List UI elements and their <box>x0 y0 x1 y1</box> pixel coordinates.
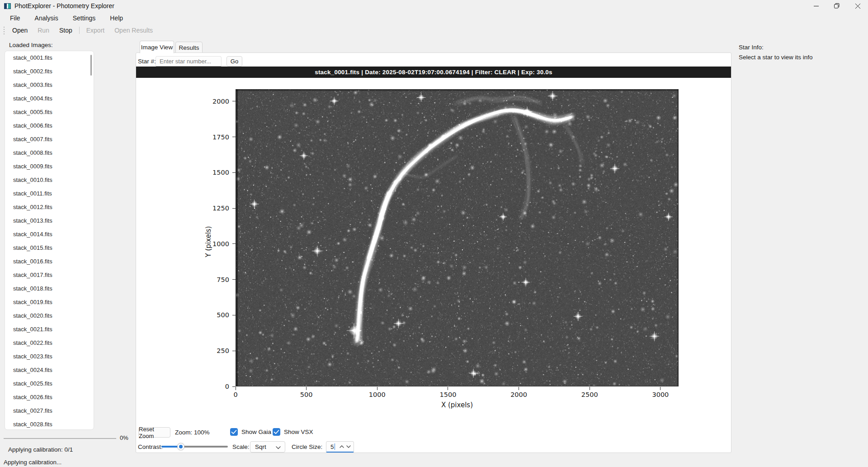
star-number-label: Star #: <box>138 58 156 65</box>
chevron-down-icon[interactable] <box>346 445 351 448</box>
app-window: PhotExplorer - Photometry Explorer FileA… <box>0 0 868 467</box>
menu-file[interactable]: File <box>3 12 28 24</box>
star-lookup-row: Star #: Go <box>136 55 731 67</box>
star-info-heading: Star Info: <box>739 44 764 51</box>
contrast-label: Contrast: <box>138 443 163 450</box>
tab-image-view[interactable]: Image View <box>140 41 174 53</box>
file-item[interactable]: stack_0014.fits <box>5 228 94 241</box>
file-item[interactable]: stack_0021.fits <box>5 323 94 336</box>
y-tick-mark <box>232 101 236 101</box>
zoom-level-text: Zoom: 100% <box>175 429 210 436</box>
y-tick-label: 0 <box>190 383 229 390</box>
file-item[interactable]: stack_0028.fits <box>5 418 94 430</box>
app-icon <box>4 3 11 9</box>
toolbar-stop-button[interactable]: Stop <box>54 25 77 36</box>
x-tick-mark <box>519 387 519 390</box>
y-tick-mark <box>232 172 236 173</box>
file-item[interactable]: stack_0009.fits <box>5 160 94 173</box>
reset-zoom-button[interactable]: Reset Zoom <box>138 427 170 438</box>
file-item[interactable]: stack_0007.fits <box>5 133 94 146</box>
file-item[interactable]: stack_0026.fits <box>5 391 94 404</box>
tab-results[interactable]: Results <box>175 42 203 53</box>
show-gaia-label: Show Gaia <box>241 429 271 435</box>
file-item[interactable]: stack_0013.fits <box>5 214 94 228</box>
file-item[interactable]: stack_0019.fits <box>5 295 94 309</box>
y-tick-mark <box>232 208 236 209</box>
menu-help[interactable]: Help <box>103 12 130 24</box>
calibration-status-text: Applying calibration: 0/1 <box>8 446 73 453</box>
file-item[interactable]: stack_0001.fits <box>5 51 94 65</box>
toolbar-separator <box>79 27 80 34</box>
file-item[interactable]: stack_0018.fits <box>5 282 94 295</box>
x-tick-label: 0 <box>233 391 237 398</box>
y-tick-label: 750 <box>190 276 229 283</box>
file-item[interactable]: stack_0023.fits <box>5 350 94 363</box>
show-vsx-label: Show VSX <box>284 429 313 435</box>
file-item[interactable]: stack_0015.fits <box>5 241 94 255</box>
x-tick-label: 1000 <box>369 391 386 398</box>
x-axis-label: X (pixels) <box>236 401 679 409</box>
file-item[interactable]: stack_0008.fits <box>5 146 94 160</box>
show-gaia-checkbox[interactable] <box>230 428 238 436</box>
scale-select[interactable]: Sqrt <box>250 441 285 453</box>
calibration-progressbar <box>4 438 116 439</box>
list-scrollbar[interactable] <box>90 55 92 76</box>
toolbar-export-button: Export <box>81 25 109 36</box>
menu-bar: FileAnalysisSettingsHelp <box>0 12 868 24</box>
file-item[interactable]: stack_0017.fits <box>5 268 94 282</box>
circle-size-value: 5 <box>330 443 334 450</box>
contrast-slider[interactable] <box>161 446 228 448</box>
plot-figure: X (pixels) Y (pixels) 050010001500200025… <box>136 78 731 426</box>
file-item[interactable]: stack_0006.fits <box>5 119 94 133</box>
file-item[interactable]: stack_0011.fits <box>5 187 94 200</box>
menu-analysis[interactable]: Analysis <box>28 12 66 24</box>
go-button[interactable]: Go <box>226 56 242 67</box>
x-tick-mark <box>306 387 307 390</box>
loaded-images-list: stack_0001.fitsstack_0002.fitsstack_0003… <box>5 51 94 430</box>
file-item[interactable]: stack_0020.fits <box>5 309 94 323</box>
minimize-icon[interactable] <box>806 0 826 12</box>
x-tick-mark <box>236 387 236 390</box>
x-tick-mark <box>660 387 660 390</box>
file-item[interactable]: stack_0005.fits <box>5 105 94 119</box>
file-item[interactable]: stack_0002.fits <box>5 65 94 78</box>
file-item[interactable]: stack_0024.fits <box>5 363 94 377</box>
y-tick-mark <box>232 351 236 351</box>
star-info-message: Select a star to view its info <box>739 54 813 61</box>
file-item[interactable]: stack_0004.fits <box>5 92 94 105</box>
window-title: PhotExplorer - Photometry Explorer <box>14 2 114 10</box>
restore-icon[interactable] <box>826 0 847 12</box>
window-controls <box>806 0 868 12</box>
file-item[interactable]: stack_0022.fits <box>5 336 94 350</box>
sky-image-canvas[interactable] <box>236 89 679 386</box>
calibration-progress-percent: 0% <box>120 434 128 441</box>
toolbar-open-results-button: Open Results <box>109 25 158 36</box>
y-tick-mark <box>232 137 236 137</box>
file-item[interactable]: stack_0012.fits <box>5 200 94 214</box>
star-number-input[interactable] <box>156 56 222 67</box>
toolbar: OpenRunStopExportOpen Results <box>0 24 868 37</box>
statusbar-message: Applying calibration... <box>4 459 61 466</box>
menu-settings[interactable]: Settings <box>66 12 103 24</box>
y-tick-label: 1500 <box>190 169 229 176</box>
x-tick-label: 2500 <box>581 391 598 398</box>
show-vsx-checkbox[interactable] <box>273 428 280 436</box>
circle-size-spinner[interactable]: 5 <box>326 441 354 453</box>
x-tick-label: 3000 <box>652 391 669 398</box>
y-tick-mark <box>232 279 236 280</box>
y-tick-label: 1750 <box>190 133 229 141</box>
title-bar: PhotExplorer - Photometry Explorer <box>0 0 868 12</box>
chevron-up-icon[interactable] <box>340 445 344 448</box>
file-item[interactable]: stack_0016.fits <box>5 255 94 268</box>
close-icon[interactable] <box>847 0 868 12</box>
contrast-slider-thumb[interactable] <box>177 443 184 450</box>
y-tick-mark <box>232 243 236 244</box>
file-item[interactable]: stack_0027.fits <box>5 404 94 418</box>
scale-selected-value: Sqrt <box>255 443 266 450</box>
file-item[interactable]: stack_0003.fits <box>5 78 94 92</box>
file-item[interactable]: stack_0010.fits <box>5 173 94 187</box>
toolbar-open-button[interactable]: Open <box>7 25 33 36</box>
toolbar-grip-icon[interactable] <box>1 25 7 35</box>
y-tick-label: 2000 <box>190 98 229 105</box>
file-item[interactable]: stack_0025.fits <box>5 377 94 391</box>
